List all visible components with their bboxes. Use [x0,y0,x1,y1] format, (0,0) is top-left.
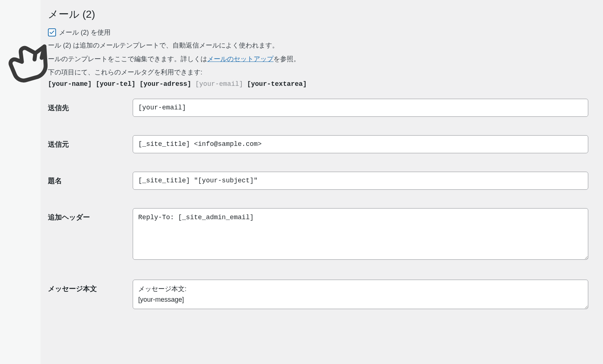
input-wrapper-to [133,99,596,117]
mail-tag-your-adress: [your-adress] [139,80,191,88]
description-template-prefix: ールのテンプレートをここで編集できます。詳しくは [48,55,207,63]
use-mail2-checkbox-row: メール (2) を使用 [48,28,596,37]
description-auto-reply: ール (2) は追加のメールテンプレートで、自動返信メールによく使われます。 [48,40,596,51]
mail-setup-link[interactable]: メールのセットアップ [207,55,273,63]
mail-tag-your-tel: [your-tel] [96,80,136,88]
available-mail-tags: [your-name] [your-tel] [your-adress] [yo… [48,80,596,88]
input-wrapper-from [133,135,596,153]
label-subject: 題名 [48,172,133,186]
textarea-headers[interactable] [133,208,588,260]
checkmark-icon [49,29,55,35]
mail-tag-your-textarea: [your-textarea] [247,80,307,88]
label-body: メッセージ本文 [48,280,133,294]
input-to[interactable] [133,99,588,117]
textarea-body[interactable] [133,280,588,309]
description-template-edit: ールのテンプレートをここで編集できます。詳しくはメールのセットアップを参照。 [48,53,596,65]
label-headers: 追加ヘッダー [48,208,133,222]
row-subject: 題名 [48,172,596,190]
input-from[interactable] [133,135,588,153]
use-mail2-checkbox-label[interactable]: メール (2) を使用 [59,28,111,37]
mail-tag-your-email: [your-email] [195,80,243,88]
row-body: メッセージ本文 [48,280,596,311]
use-mail2-checkbox[interactable] [48,28,56,36]
mail-tag-your-name: [your-name] [48,80,92,88]
input-wrapper-subject [133,172,596,190]
input-subject[interactable] [133,172,588,190]
pointer-hand-icon [7,41,55,96]
row-headers: 追加ヘッダー [48,208,596,261]
row-from: 送信元 [48,135,596,153]
description-template-suffix: を参照。 [273,55,300,63]
mail-settings-panel: メール (2) メール (2) を使用 ール (2) は追加のメールテンプレート… [0,0,603,336]
section-title: メール (2) [48,7,596,21]
row-to: 送信先 [48,99,596,117]
input-wrapper-body [133,280,596,311]
label-from: 送信元 [48,135,133,149]
description-mail-tags-intro: 下の項目にて、これらのメールタグを利用できます: [48,67,596,78]
label-to: 送信先 [48,99,133,113]
input-wrapper-headers [133,208,596,261]
description-auto-reply-text: ール (2) は追加のメールテンプレートで、自動返信メールによく使われます。 [48,42,279,49]
